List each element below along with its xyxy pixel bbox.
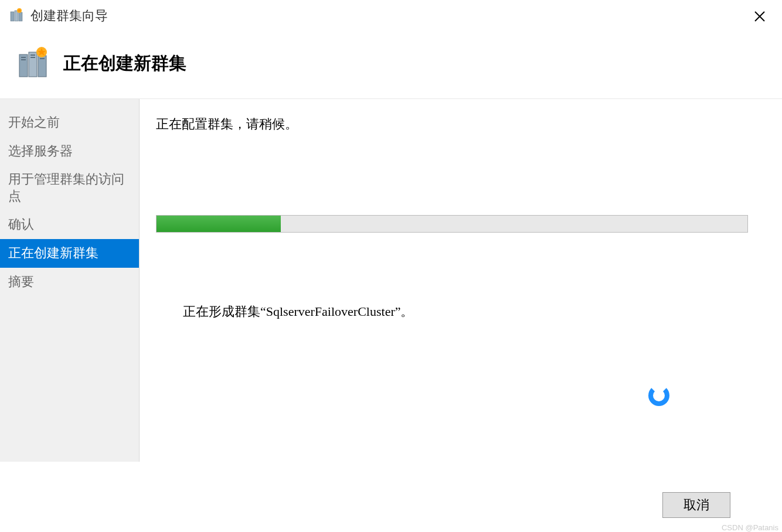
- window-title: 创建群集向导: [30, 7, 108, 25]
- svg-rect-11: [30, 54, 35, 56]
- sidebar-step-summary: 摘要: [0, 268, 139, 296]
- sidebar-step-confirm: 确认: [0, 210, 139, 239]
- svg-rect-13: [40, 58, 45, 59]
- wizard-steps-sidebar: 开始之前 选择服务器 用于管理群集的访问点 确认 正在创建新群集 摘要: [0, 99, 140, 462]
- title-bar: 创建群集向导: [0, 0, 782, 32]
- progress-bar-fill: [157, 216, 281, 232]
- page-header: 正在创建新群集: [0, 32, 782, 98]
- svg-rect-12: [30, 57, 35, 58]
- progress-bar: [156, 215, 748, 233]
- svg-rect-0: [11, 12, 14, 21]
- sidebar-step-creating: 正在创建新群集: [0, 239, 139, 268]
- svg-rect-7: [29, 52, 37, 77]
- svg-rect-2: [19, 12, 22, 21]
- svg-rect-10: [21, 59, 26, 60]
- cluster-wizard-icon: [16, 46, 52, 81]
- progress-detail-text: 正在形成群集“SqlserverFailoverCluster”。: [183, 303, 759, 320]
- wizard-body: 开始之前 选择服务器 用于管理群集的访问点 确认 正在创建新群集 摘要 正在配置…: [0, 98, 782, 462]
- cancel-button[interactable]: 取消: [662, 492, 730, 518]
- svg-rect-9: [21, 57, 26, 58]
- wizard-footer: 取消: [662, 492, 730, 518]
- sidebar-step-before-begin: 开始之前: [0, 108, 139, 137]
- page-title: 正在创建新群集: [63, 52, 186, 76]
- status-message: 正在配置群集，请稍候。: [156, 115, 759, 133]
- sidebar-step-select-servers: 选择服务器: [0, 137, 139, 166]
- loading-spinner-icon: [648, 385, 669, 406]
- sidebar-step-access-point: 用于管理群集的访问点: [0, 165, 139, 210]
- app-icon: [8, 8, 25, 24]
- wizard-main-content: 正在配置群集，请稍候。 正在形成群集“SqlserverFailoverClus…: [140, 99, 782, 462]
- watermark: CSDN @Patanis: [722, 523, 778, 532]
- close-button[interactable]: [753, 9, 767, 23]
